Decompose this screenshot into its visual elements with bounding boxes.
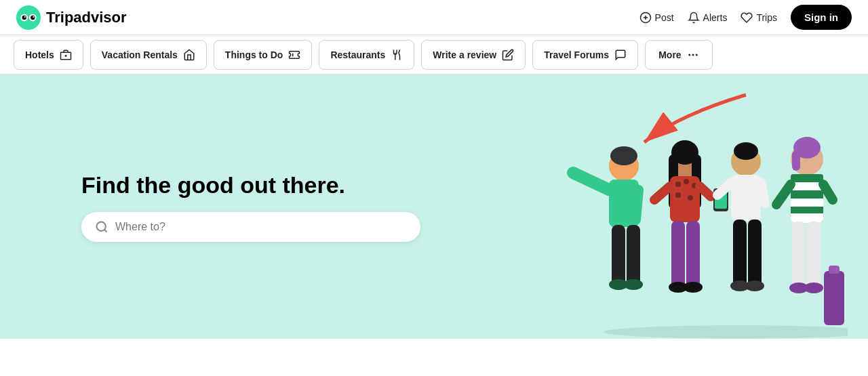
logo[interactable]: Tripadvisor <box>16 5 127 30</box>
navbar: Hotels Vacation Rentals Things to Do Res… <box>0 35 868 75</box>
heart-icon <box>741 12 753 24</box>
svg-rect-62 <box>792 150 800 171</box>
topbar: Tripadvisor Post Alerts Trips Sign in <box>0 0 868 35</box>
svg-rect-74 <box>829 266 840 274</box>
svg-point-5 <box>24 16 26 17</box>
ticket-icon <box>288 49 300 61</box>
svg-rect-44 <box>686 221 700 289</box>
svg-point-75 <box>604 325 848 339</box>
svg-point-4 <box>31 15 35 19</box>
svg-rect-73 <box>824 271 844 325</box>
hero-content: Find the good out there. <box>81 172 420 242</box>
svg-point-39 <box>675 192 681 198</box>
nav-item-write-review[interactable]: Write a review <box>421 40 526 70</box>
svg-point-40 <box>688 195 693 201</box>
svg-rect-66 <box>791 207 823 213</box>
trips-action[interactable]: Trips <box>741 12 777 24</box>
svg-line-42 <box>700 186 711 196</box>
svg-line-55 <box>761 183 765 203</box>
restaurants-label: Restaurants <box>330 49 385 60</box>
vacation-rentals-label: Vacation Rentals <box>102 49 178 60</box>
hero-illustration <box>536 95 848 339</box>
signin-button[interactable]: Sign in <box>791 5 852 30</box>
nav-item-more[interactable]: More <box>645 40 713 70</box>
things-to-do-label: Things to Do <box>225 49 283 60</box>
svg-rect-28 <box>627 225 640 286</box>
chat-icon <box>614 49 627 61</box>
svg-rect-64 <box>791 174 823 182</box>
search-input[interactable] <box>115 221 407 233</box>
home-icon <box>183 49 195 61</box>
svg-point-46 <box>684 282 703 293</box>
top-actions: Post Alerts Trips Sign in <box>639 5 852 30</box>
svg-rect-27 <box>612 225 625 286</box>
svg-line-68 <box>823 184 833 200</box>
nav-item-hotels[interactable]: Hotels <box>14 40 83 70</box>
trips-label: Trips <box>756 12 777 23</box>
svg-line-25 <box>573 173 609 190</box>
nav-item-restaurants[interactable]: Restaurants <box>319 40 414 70</box>
svg-point-72 <box>804 283 823 293</box>
svg-rect-57 <box>748 220 762 287</box>
more-label: More <box>658 49 681 60</box>
svg-point-48 <box>734 142 758 160</box>
svg-point-36 <box>675 182 681 187</box>
plus-circle-icon <box>639 12 652 24</box>
svg-line-54 <box>717 183 731 195</box>
tripadvisor-logo-icon <box>16 5 41 30</box>
svg-line-41 <box>654 186 670 200</box>
svg-point-20 <box>97 222 106 230</box>
svg-point-3 <box>22 15 26 19</box>
svg-point-37 <box>684 179 689 184</box>
hotel-icon <box>60 49 72 61</box>
svg-rect-69 <box>792 222 806 289</box>
svg-point-59 <box>745 280 764 291</box>
alerts-label: Alerts <box>703 12 728 23</box>
svg-point-19 <box>695 54 697 56</box>
svg-point-0 <box>16 5 41 30</box>
hotels-label: Hotels <box>25 49 54 60</box>
ellipsis-icon <box>687 49 699 61</box>
svg-line-26 <box>636 190 639 220</box>
search-bar[interactable] <box>81 212 420 242</box>
hero-section: Find the good out there. <box>0 75 868 339</box>
hero-title: Find the good out there. <box>81 172 366 199</box>
nav-item-travel-forums[interactable]: Travel Forums <box>532 40 638 70</box>
travel-forums-label: Travel Forums <box>544 49 609 60</box>
svg-rect-43 <box>671 221 685 289</box>
alerts-action[interactable]: Alerts <box>688 12 728 24</box>
post-label: Post <box>655 12 674 23</box>
svg-point-17 <box>688 54 690 56</box>
post-action[interactable]: Post <box>639 12 674 24</box>
nav-item-vacation-rentals[interactable]: Vacation Rentals <box>90 40 207 70</box>
svg-point-18 <box>692 54 694 56</box>
svg-rect-56 <box>733 220 747 287</box>
write-review-label: Write a review <box>433 49 496 60</box>
svg-rect-70 <box>807 222 821 289</box>
nav-item-things-to-do[interactable]: Things to Do <box>214 40 313 70</box>
search-icon <box>95 220 108 234</box>
svg-line-21 <box>104 229 107 232</box>
logo-text: Tripadvisor <box>46 9 127 26</box>
svg-line-67 <box>776 184 791 205</box>
fork-icon <box>391 49 403 61</box>
bell-icon <box>688 12 700 24</box>
svg-point-30 <box>624 279 643 290</box>
svg-point-6 <box>33 16 34 17</box>
svg-rect-65 <box>791 190 823 199</box>
pencil-square-icon <box>502 49 514 61</box>
svg-point-23 <box>610 146 637 165</box>
